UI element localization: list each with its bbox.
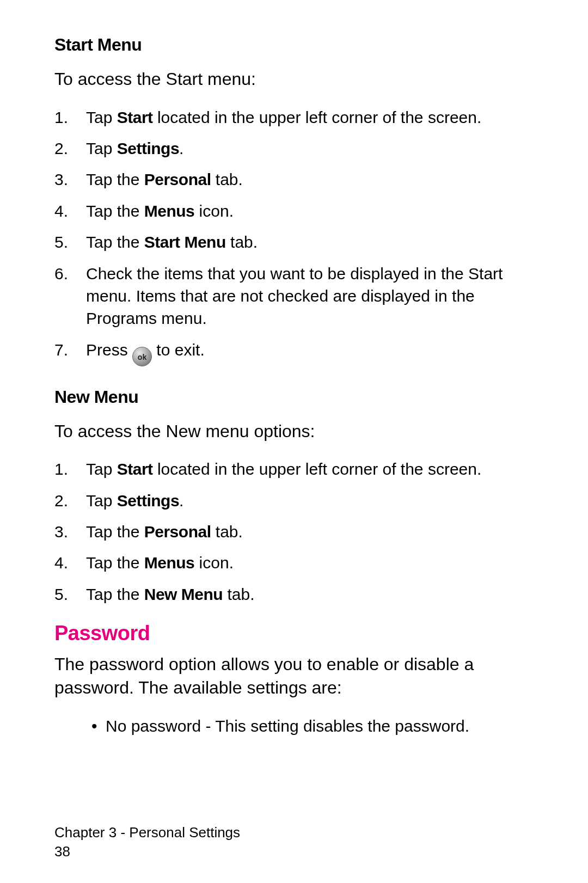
steps-start-menu: Tap Start located in the upper left corn… <box>54 106 539 366</box>
list-item: Tap the Menus icon. <box>54 551 539 574</box>
footer-chapter: Chapter 3 - Personal Settings <box>54 823 539 842</box>
footer-page-number: 38 <box>54 842 539 861</box>
steps-new-menu: Tap Start located in the upper left corn… <box>54 458 539 605</box>
heading-password: Password <box>54 622 539 645</box>
list-item: Tap Settings. <box>54 489 539 512</box>
lead-new-menu: To access the New menu options: <box>54 420 539 443</box>
list-item: Tap Start located in the upper left corn… <box>54 106 539 128</box>
list-item: Tap the New Menu tab. <box>54 583 539 605</box>
list-item: Tap the Personal tab. <box>54 520 539 543</box>
list-item: Check the items that you want to be disp… <box>54 262 539 330</box>
list-item: Press ok to exit. <box>54 339 539 366</box>
heading-start-menu: Start Menu <box>54 35 539 55</box>
body-password: The password option allows you to enable… <box>54 653 539 700</box>
list-item: Tap the Personal tab. <box>54 168 539 191</box>
ok-icon: ok <box>132 347 152 366</box>
bullets-password: No password - This setting disables the … <box>54 715 539 738</box>
list-item: Tap the Menus icon. <box>54 200 539 222</box>
list-item: Tap the Start Menu tab. <box>54 231 539 253</box>
list-item: Tap Settings. <box>54 137 539 160</box>
list-item: No password - This setting disables the … <box>91 715 539 738</box>
heading-new-menu: New Menu <box>54 387 539 407</box>
page-footer: Chapter 3 - Personal Settings 38 <box>54 823 539 861</box>
lead-start-menu: To access the Start menu: <box>54 68 539 91</box>
list-item: Tap Start located in the upper left corn… <box>54 458 539 480</box>
